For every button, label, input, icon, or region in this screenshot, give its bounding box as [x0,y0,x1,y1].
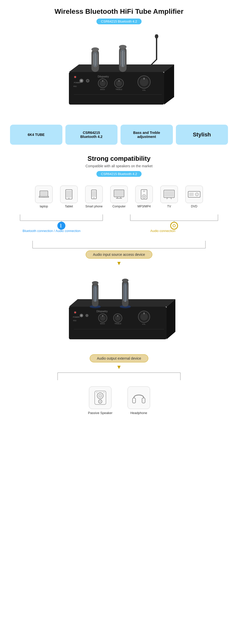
amp-illustration-1: POWER Dilvpoetry R50 BASS TREBLE VOL [59,34,179,112]
device-dvd: DVD [183,186,205,208]
device-smartphone-label: Smart phone [85,205,103,208]
svg-text:R50: R50 [73,320,76,321]
device-computer: Computer [108,186,130,208]
svg-rect-62 [165,191,174,197]
svg-point-78 [171,222,178,229]
speaker-icon-box [89,386,111,409]
device-laptop-label: laptop [40,205,48,208]
svg-rect-66 [189,193,194,196]
device-tablet-label: Tablet [65,205,73,208]
svg-point-106 [74,312,76,313]
smartphone-icon [85,186,103,203]
svg-text:BASS: BASS [100,89,105,90]
title-section: Wireless Bluetooth HiFi Tube Amplifier C… [0,0,238,29]
device-dvd-label: DVD [191,205,197,208]
svg-text:POWER: POWER [74,82,80,84]
feature-stylish: Stylish [176,125,228,145]
svg-rect-60 [143,191,145,192]
output-headphone: Headphone [128,386,150,415]
svg-point-109 [81,315,82,316]
devices-row: laptop Tablet Smart phone [0,182,238,212]
feature-bass: Bass and Treble adjustment [121,125,173,145]
svg-text:Audio connection: Audio connection [150,229,175,233]
svg-rect-138 [142,398,145,403]
dvd-icon [185,186,203,203]
device-mp3: MP3/MP4 [133,186,155,208]
output-devices: Passive Speaker Headphone [0,384,238,422]
audio-input-flow: Audio input source access device ▼ [15,239,223,267]
svg-point-110 [85,314,88,317]
svg-point-1 [155,34,158,39]
compat-badge: CSR64215 Bluetooth 4.2 [96,171,142,177]
svg-text:BASS: BASS [100,323,105,325]
audio-output-flow: Audio output external device ▼ [15,354,223,381]
svg-point-79 [173,224,175,227]
svg-text:Dilvpoetry: Dilvpoetry [98,75,109,78]
product-image-section: POWER Dilvpoetry R50 BASS TREBLE VOL [0,29,238,120]
device-tablet: Tablet [58,186,80,208]
connection-svg: ⦚ Bluetooth connection / Audio connectio… [8,212,230,234]
svg-point-68 [196,194,197,195]
bluetooth-badge: CSR64215 Bluetooth 4.2 [96,19,142,24]
svg-point-48 [68,198,69,199]
svg-rect-53 [114,190,124,196]
svg-text:Bluetooth connection / Audio c: Bluetooth connection / Audio connection [23,229,80,233]
svg-point-15 [119,45,127,49]
svg-point-21 [74,76,76,78]
feature-tube: 6K4 TUBE [10,125,62,145]
svg-rect-137 [133,398,136,403]
page-title: Wireless Bluetooth HiFi Tube Amplifier [5,8,233,16]
svg-rect-47 [66,191,72,198]
device-laptop: laptop [33,186,55,208]
svg-text:R50: R50 [73,86,77,87]
device-mp3-label: MP3/MP4 [138,205,151,208]
svg-text:POWER: POWER [73,316,79,318]
features-section: 6K4 TUBE CSR64215 Bluetooth 4.2 Bass and… [0,120,238,152]
svg-point-93 [92,281,98,285]
svg-rect-45 [42,196,45,197]
svg-rect-3 [69,72,164,105]
svg-point-135 [96,392,97,393]
output-flow-label: Audio output external device [90,354,149,362]
svg-text:TREBLE: TREBLE [115,89,123,90]
laptop-icon [35,186,53,203]
amp2-section: POWER Dilvpoetry R50 BASS TREBLE VOL [0,269,238,352]
svg-point-136 [103,392,105,393]
computer-icon [110,186,128,203]
input-flow-arrow: ▼ [116,260,122,267]
svg-text:⦚: ⦚ [60,224,62,228]
output-headphone-label: Headphone [130,411,147,415]
svg-point-134 [99,401,101,402]
svg-text:Dilvpoetry: Dilvpoetry [96,310,107,313]
output-bracket-svg [56,371,182,381]
tablet-icon [60,186,78,203]
compat-title: Strong compatibility [5,155,233,163]
feature-bluetooth: CSR64215 Bluetooth 4.2 [65,125,118,145]
output-flow-arrow: ▼ [116,364,122,370]
svg-text:VOL: VOL [142,323,146,325]
output-speaker: Passive Speaker [88,386,112,415]
input-bracket-svg [31,239,207,250]
svg-point-51 [93,197,94,198]
output-speaker-label: Passive Speaker [88,411,112,415]
svg-rect-50 [92,191,96,197]
input-flow-label: Audio input source access device [86,251,152,259]
tv-icon [160,186,178,203]
device-tv-label: TV [167,205,171,208]
compat-subtitle: Compatible with all speakers on the mark… [5,164,233,168]
svg-rect-43 [40,191,47,196]
connection-diagram: ⦚ Bluetooth connection / Audio connectio… [0,212,238,237]
device-computer-label: Computer [112,205,126,208]
svg-text:VOL: VOL [142,89,146,91]
output-flow-box: Audio output external device ▼ [90,354,149,370]
svg-point-132 [100,395,101,396]
svg-point-8 [91,47,99,51]
mp3-icon [135,186,153,203]
svg-point-24 [80,80,82,82]
svg-text:TREBLE: TREBLE [114,323,122,325]
compat-section: Strong compatibility Compatible with all… [0,152,238,182]
headphone-icon-box [128,386,150,409]
amp-illustration-2: POWER Dilvpoetry R50 BASS TREBLE VOL [61,274,177,347]
svg-point-26 [87,80,88,82]
device-smartphone: Smart phone [83,186,105,208]
